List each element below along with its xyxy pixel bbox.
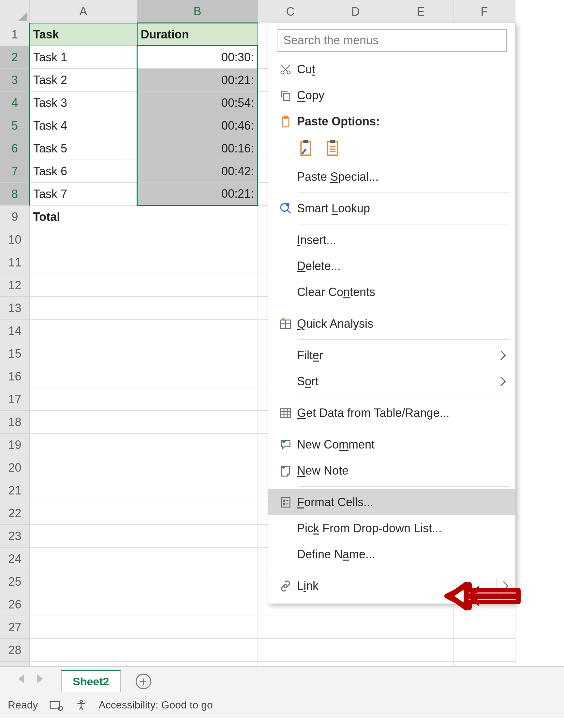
menu-smart-lookup[interactable]: Smart Lookup (268, 195, 515, 221)
cell-B4[interactable]: 00:54: (137, 92, 258, 114)
cell[interactable] (323, 639, 388, 662)
cell[interactable] (137, 502, 258, 525)
row-header[interactable]: 9 (0, 206, 30, 228)
cell[interactable] (30, 274, 137, 297)
cell[interactable] (30, 388, 137, 411)
paste-icon[interactable] (298, 139, 313, 159)
row-header[interactable]: 28 (0, 639, 30, 662)
col-header-D[interactable]: D (323, 0, 388, 23)
cell[interactable] (137, 434, 258, 456)
row-header[interactable]: 18 (0, 411, 30, 434)
cell-A2[interactable]: Task 1 (30, 46, 137, 69)
cell[interactable] (137, 342, 258, 365)
row-header[interactable]: 5 (0, 114, 30, 137)
cell[interactable] (30, 639, 137, 662)
tab-nav-next-icon[interactable] (31, 673, 48, 684)
menu-paste-special[interactable]: Paste Special... (268, 164, 515, 190)
row-header[interactable]: 25 (0, 570, 30, 593)
cell[interactable] (137, 297, 258, 320)
cell[interactable] (388, 639, 454, 662)
row-header[interactable]: 17 (0, 388, 30, 411)
cell[interactable] (137, 456, 258, 479)
cell[interactable] (30, 548, 137, 570)
cell-B1[interactable]: Duration (137, 23, 258, 46)
cell[interactable] (137, 411, 258, 434)
menu-sort[interactable]: Sort (268, 368, 515, 394)
cell-A7[interactable]: Task 6 (30, 160, 137, 183)
paste-values-icon[interactable] (325, 139, 340, 159)
cell[interactable] (30, 593, 137, 616)
new-sheet-button[interactable]: + (136, 674, 151, 684)
cell-B8[interactable]: 00:21: (137, 183, 258, 206)
cell[interactable] (258, 616, 323, 639)
row-header[interactable]: 12 (0, 274, 30, 297)
row-header[interactable]: 22 (0, 502, 30, 525)
cell-A3[interactable]: Task 2 (30, 69, 137, 92)
menu-insert[interactable]: Insert... (268, 227, 515, 253)
cell[interactable] (137, 228, 258, 251)
row-header[interactable]: 23 (0, 525, 30, 548)
cell[interactable] (30, 342, 137, 365)
row-header[interactable]: 11 (0, 251, 30, 274)
cell[interactable] (137, 593, 258, 616)
cell-B2[interactable]: 00:30: (137, 46, 258, 69)
cell-B3[interactable]: 00:21: (137, 69, 258, 92)
cell[interactable] (137, 570, 258, 593)
cell[interactable] (30, 502, 137, 525)
tab-nav-prev-icon[interactable] (13, 673, 31, 684)
cell[interactable] (30, 228, 137, 251)
menu-copy[interactable]: Copy (268, 82, 515, 108)
menu-quick-analysis[interactable]: Quick Analysis (268, 311, 515, 337)
row-header[interactable]: 19 (0, 434, 30, 456)
cell[interactable] (137, 479, 258, 502)
cell[interactable] (30, 434, 137, 456)
cell[interactable] (30, 616, 137, 639)
cell-A1[interactable]: Task (30, 23, 137, 46)
cell[interactable] (30, 297, 137, 320)
cell-A4[interactable]: Task 3 (30, 92, 137, 114)
menu-link[interactable]: Link (268, 573, 515, 599)
cell[interactable] (137, 616, 258, 639)
row-header[interactable]: 15 (0, 342, 30, 365)
row-header[interactable]: 16 (0, 365, 30, 388)
row-header[interactable]: 20 (0, 456, 30, 479)
cell[interactable] (137, 639, 258, 662)
row-header[interactable]: 3 (0, 69, 30, 92)
cell[interactable] (137, 365, 258, 388)
cell[interactable] (137, 274, 258, 297)
cell-A5[interactable]: Task 4 (30, 114, 137, 137)
cell[interactable] (258, 639, 323, 662)
cell-B9[interactable] (137, 206, 258, 228)
cell[interactable] (323, 616, 388, 639)
row-header[interactable]: 7 (0, 160, 30, 183)
cell[interactable] (454, 639, 515, 662)
menu-get-data[interactable]: Get Data from Table/Range... (268, 400, 515, 426)
cell[interactable] (30, 479, 137, 502)
cell[interactable] (30, 251, 137, 274)
row-header[interactable]: 8 (0, 183, 30, 206)
col-header-A[interactable]: A (30, 0, 137, 23)
menu-new-note[interactable]: New Note (268, 458, 515, 484)
cell-A9[interactable]: Total (30, 206, 137, 228)
row-header[interactable]: 4 (0, 92, 30, 114)
cell[interactable] (137, 388, 258, 411)
cell-B6[interactable]: 00:16: (137, 137, 258, 160)
cell-A8[interactable]: Task 7 (30, 183, 137, 206)
sheet-tab-active[interactable]: Sheet2 (61, 670, 121, 684)
menu-clear-contents[interactable]: Clear Contents (268, 279, 515, 305)
row-header[interactable]: 27 (0, 616, 30, 639)
cell[interactable] (137, 320, 258, 342)
menu-new-comment[interactable]: New Comment (268, 432, 515, 458)
cell[interactable] (30, 320, 137, 342)
row-header[interactable]: 14 (0, 320, 30, 342)
col-header-C[interactable]: C (258, 0, 323, 23)
col-header-B[interactable]: B (137, 0, 258, 23)
menu-delete[interactable]: Delete... (268, 253, 515, 279)
menu-cut[interactable]: Cut (268, 56, 515, 82)
menu-pick-from-list[interactable]: Pick From Drop-down List... (268, 515, 515, 541)
row-header[interactable]: 21 (0, 479, 30, 502)
menu-filter[interactable]: Filter (268, 342, 515, 368)
cell-B7[interactable]: 00:42: (137, 160, 258, 183)
row-header[interactable]: 24 (0, 548, 30, 570)
cell[interactable] (388, 616, 454, 639)
